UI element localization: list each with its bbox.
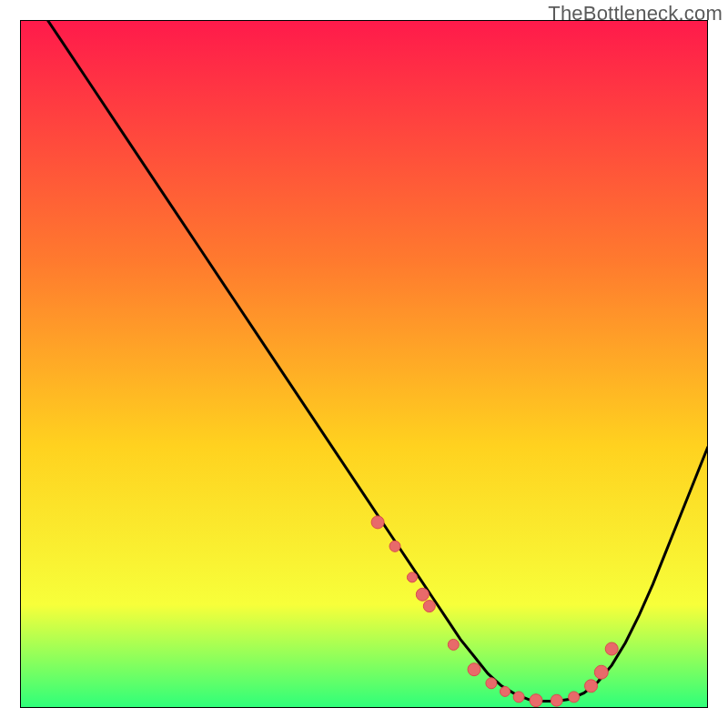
highlight-dot [407,572,417,582]
chart-canvas: TheBottleneck.com [0,0,728,728]
highlight-dot [530,694,542,707]
highlight-dot [551,694,562,706]
highlight-dot [416,588,429,601]
highlight-dot [371,516,384,529]
highlight-dot [585,680,598,693]
chart-svg [20,20,708,708]
highlight-dot [569,692,580,703]
highlight-dot [468,663,480,676]
highlight-dot [389,541,400,551]
highlight-dot [605,642,618,655]
highlight-dot [486,678,497,689]
highlight-dot [594,665,608,679]
highlight-dot [448,639,459,650]
gradient-background [20,20,708,708]
highlight-dot [513,692,524,703]
highlight-dot [423,601,435,612]
highlight-dot [500,686,511,696]
plot-area [20,20,708,708]
